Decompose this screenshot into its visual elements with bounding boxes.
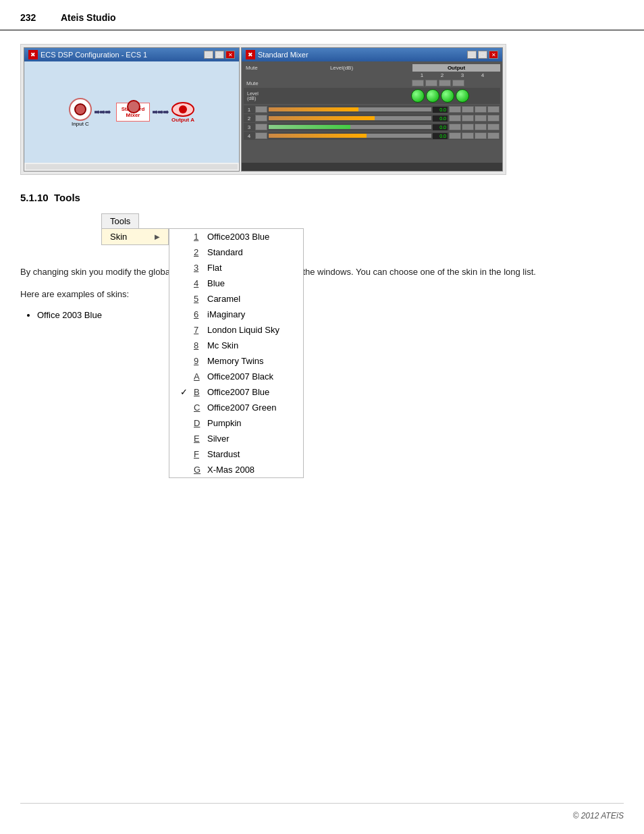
fader-out-btns-2 bbox=[449, 115, 500, 122]
fader-out-btns-3 bbox=[449, 124, 500, 130]
mute-btn-4[interactable] bbox=[452, 80, 464, 86]
mute-buttons bbox=[412, 80, 500, 86]
fader-mute-4[interactable] bbox=[255, 132, 267, 139]
fader-row-4: 4 0.0 bbox=[244, 132, 500, 140]
knob-2[interactable] bbox=[426, 89, 439, 103]
out-btn-3-4[interactable] bbox=[487, 124, 500, 130]
out-btn-1-3[interactable] bbox=[475, 106, 487, 113]
footer-divider bbox=[20, 803, 624, 804]
fader-num-2: 2 bbox=[244, 115, 254, 122]
mixer-restore-btn[interactable]: □ bbox=[478, 51, 487, 59]
fader-val-3: 0.0 bbox=[433, 124, 448, 130]
skin-option-1[interactable]: 1 Office2003 Blue bbox=[169, 229, 303, 244]
skin-option-5[interactable]: 5 Caramel bbox=[169, 291, 303, 307]
skin-option-a[interactable]: A Office2007 Black bbox=[169, 369, 303, 384]
knob-3[interactable] bbox=[441, 89, 454, 103]
fader-track-4[interactable] bbox=[269, 134, 431, 138]
out-btn-1-1[interactable] bbox=[449, 106, 461, 113]
out-btn-4-4[interactable] bbox=[487, 132, 500, 139]
input-c-label: Input C bbox=[72, 121, 89, 127]
page-header: 232 Ateis Studio bbox=[0, 0, 644, 30]
out-col-2: 2 bbox=[433, 72, 452, 78]
mixer-close-btn[interactable]: ✕ bbox=[489, 51, 498, 59]
out-col-4: 4 bbox=[473, 72, 492, 78]
knobs-row bbox=[411, 89, 499, 103]
skin-option-g[interactable]: G X-Mas 2008 bbox=[169, 462, 303, 477]
out-btn-2-1[interactable] bbox=[449, 115, 461, 122]
ecs-scrollbar[interactable] bbox=[26, 164, 238, 170]
fader-mute-2[interactable] bbox=[255, 115, 267, 122]
ecs-titlebar: ✖ ECS DSP Configuration - ECS 1 _ □ ✕ bbox=[24, 48, 239, 61]
out-btn-4-2[interactable] bbox=[462, 132, 474, 139]
fader-track-1[interactable] bbox=[269, 107, 431, 111]
knob-4[interactable] bbox=[456, 89, 469, 103]
mute-btn-1[interactable] bbox=[412, 80, 424, 86]
skin-key-7: 7 bbox=[194, 325, 203, 335]
section-number: 5.1.10 bbox=[20, 192, 49, 203]
skin-option-f[interactable]: F Stardust bbox=[169, 446, 303, 462]
out-btn-4-1[interactable] bbox=[449, 132, 461, 139]
out-btn-3-2[interactable] bbox=[462, 124, 474, 130]
skin-option-2[interactable]: 2 Standard bbox=[169, 244, 303, 260]
skin-option-d[interactable]: D Pumpkin bbox=[169, 415, 303, 431]
skin-option-c[interactable]: C Office2007 Green bbox=[169, 400, 303, 415]
fader-row-1: 1 0.0 bbox=[244, 105, 500, 113]
knob-1[interactable] bbox=[411, 89, 425, 103]
level-dB-row: Level(dB) bbox=[244, 88, 500, 104]
fader-row-3: 3 0.0 bbox=[244, 123, 500, 131]
out-btn-3-3[interactable] bbox=[475, 124, 487, 130]
ecs-restore-btn[interactable]: □ bbox=[215, 51, 224, 59]
screenshot-area: ✖ ECS DSP Configuration - ECS 1 _ □ ✕ In… bbox=[20, 44, 506, 175]
mute-btn-2[interactable] bbox=[425, 80, 437, 86]
skin-label-1: Office2003 Blue bbox=[207, 232, 269, 242]
fader-track-3[interactable] bbox=[269, 125, 431, 129]
page-header-title: Ateis Studio bbox=[61, 12, 116, 23]
skin-option-e[interactable]: E Silver bbox=[169, 431, 303, 446]
output-a-label: Output A bbox=[171, 117, 194, 123]
fader-out-btns-4 bbox=[449, 132, 500, 139]
skin-key-3: 3 bbox=[194, 263, 203, 273]
fader-rows: 1 0.0 2 bbox=[244, 105, 500, 140]
out-btn-1-2[interactable] bbox=[462, 106, 474, 113]
bullet-list: Office 2003 Blue bbox=[37, 310, 624, 320]
mixer-title: Standard Mixer bbox=[258, 51, 467, 59]
output-label: Output bbox=[412, 64, 500, 72]
out-btn-3-1[interactable] bbox=[449, 124, 461, 130]
ecs-icon: ✖ bbox=[28, 50, 38, 59]
skin-key-2: 2 bbox=[194, 247, 203, 257]
copyright-text: © 2012 ATEïS bbox=[572, 811, 624, 820]
skin-option-6[interactable]: 6 iMaginary bbox=[169, 307, 303, 322]
out-btn-2-3[interactable] bbox=[475, 115, 487, 122]
skin-key-c: C bbox=[194, 402, 203, 413]
fader-row-2: 2 0.0 bbox=[244, 114, 500, 122]
out-btn-4-3[interactable] bbox=[475, 132, 487, 139]
tools-menu[interactable]: Tools bbox=[101, 213, 139, 229]
dsp-chain: Input C StandardMixer bbox=[69, 98, 194, 127]
skin-option-3[interactable]: 3 Flat bbox=[169, 260, 303, 276]
input-c-block: Input C bbox=[69, 98, 92, 127]
mute-btn-3[interactable] bbox=[439, 80, 451, 86]
ecs-close-btn[interactable]: ✕ bbox=[225, 51, 235, 59]
fader-mute-1[interactable] bbox=[255, 106, 267, 113]
skin-menu-item[interactable]: Skin ▶ bbox=[101, 228, 169, 245]
skin-option-9[interactable]: 9 Memory Twins bbox=[169, 353, 303, 369]
fader-track-2[interactable] bbox=[269, 116, 431, 120]
fader-out-btns-1 bbox=[449, 106, 500, 113]
skin-option-4[interactable]: 4 Blue bbox=[169, 276, 303, 291]
section-heading: 5.1.10 Tools bbox=[20, 192, 624, 203]
skin-option-b[interactable]: ✓B Office2007 Blue bbox=[169, 384, 303, 400]
skin-label-e: Silver bbox=[207, 434, 230, 444]
ecs-minimize-btn[interactable]: _ bbox=[204, 51, 213, 59]
out-btn-2-2[interactable] bbox=[462, 115, 474, 122]
skin-option-7[interactable]: 7 London Liquid Sky bbox=[169, 322, 303, 338]
out-btn-1-4[interactable] bbox=[487, 106, 500, 113]
out-btn-2-4[interactable] bbox=[487, 115, 500, 122]
skin-option-8[interactable]: 8 Mc Skin bbox=[169, 338, 303, 353]
skin-label-2: Standard bbox=[207, 247, 243, 257]
skin-label-9: Memory Twins bbox=[207, 356, 264, 366]
description-main: By changing skin you modify the global s… bbox=[20, 265, 624, 280]
mixer-minimize-btn[interactable]: _ bbox=[467, 51, 477, 59]
level-dB-label: Level(dB) bbox=[245, 91, 272, 101]
fader-mute-3[interactable] bbox=[255, 124, 267, 130]
mute-row: Mute bbox=[244, 79, 500, 87]
